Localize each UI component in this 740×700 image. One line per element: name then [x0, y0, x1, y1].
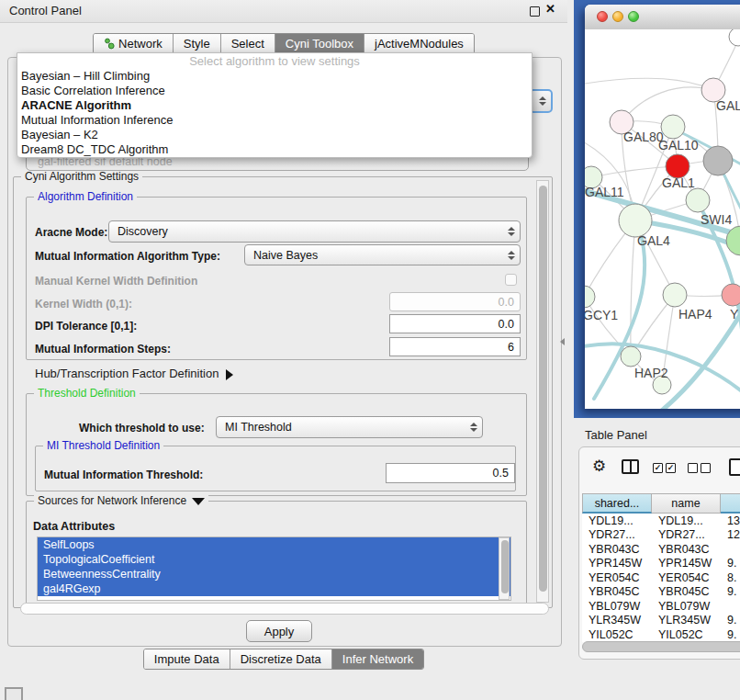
stepper-icon [470, 423, 477, 432]
network-node-HAP2[interactable] [621, 346, 641, 367]
table-panel-box: ⚙ ✓ ✓ shared...nameA YDL19...YDL19...13Y… [578, 446, 740, 660]
mi-steps-field[interactable]: 6 [389, 337, 521, 356]
close-traffic-light-icon[interactable] [597, 11, 608, 22]
mi-steps-label: Mutual Information Steps: [35, 343, 171, 356]
table-cell: 9. [721, 557, 740, 571]
network-graph[interactable]: GALGAL80GAL10GAL1GAL11SWI4GAL4GCY1HAP4YH… [585, 29, 740, 409]
bottom-tabbar: Impute DataDiscretize DataInfer Network [0, 649, 567, 670]
node-label-swi4: SWI4 [701, 212, 732, 227]
hub-definition-toggle[interactable]: Hub/Transcription Factor Definition [35, 367, 233, 380]
tab-network[interactable]: Network [94, 34, 173, 53]
network-node-GCY1[interactable] [585, 286, 595, 308]
aracne-mode-label: Aracne Mode: [35, 226, 107, 239]
tab-cyni-toolbox[interactable]: Cyni Toolbox [275, 34, 364, 53]
table-cell: YER054C [582, 570, 652, 585]
column-header-name[interactable]: name [652, 493, 721, 514]
algorithm-definition-label: Algorithm Definition [34, 190, 137, 203]
which-threshold-combo[interactable]: MI Threshold [216, 416, 483, 438]
algorithm-option-mutual-information-inference[interactable]: Mutual Information Inference [17, 113, 532, 128]
sources-label-wrap[interactable]: Sources for Network Inference [34, 494, 208, 507]
algorithm-option-bayesian-hill-climbing[interactable]: Bayesian – Hill Climbing [17, 69, 532, 84]
attr-list-scrollbar-thumb[interactable] [501, 540, 509, 593]
aracne-mode-value: Discovery [118, 225, 168, 238]
table-row[interactable]: YBL079WYBL079W [582, 599, 740, 614]
unchecked-box-icon [688, 463, 698, 473]
tab-infer-network[interactable]: Infer Network [331, 649, 423, 669]
tab-impute-data[interactable]: Impute Data [144, 649, 230, 669]
network-canvas[interactable]: GALGAL80GAL10GAL1GAL11SWI4GAL4GCY1HAP4YH… [585, 29, 740, 409]
attribute-item-betweennesscentrality[interactable]: BetweennessCentrality [38, 567, 510, 581]
algorithm-option-bayesian-k2[interactable]: Bayesian – K2 [17, 128, 532, 142]
table-row[interactable]: YER054CYER054C8. [582, 570, 740, 585]
zoom-traffic-light-icon[interactable] [628, 11, 639, 22]
tab-jactivemnodules[interactable]: jActiveMNodules [364, 34, 474, 53]
table-row[interactable]: YLR345WYLR345W9. [582, 614, 740, 628]
algorithm-option-aracne-algorithm[interactable]: ARACNE Algorithm [17, 98, 532, 113]
manual-kernel-label: Manual Kernel Width Definition [35, 275, 197, 288]
data-attributes-list[interactable]: SelfLoopsTopologicalCoefficientBetweenne… [37, 536, 511, 601]
network-node-top-partial[interactable] [729, 29, 740, 46]
attribute-item-gal4rgexp[interactable]: gal4RGexp [38, 581, 510, 596]
float-window-icon[interactable] [530, 6, 540, 17]
algorithm-option-dream8-dc-tdc-algorithm[interactable]: Dream8 DC_TDC Algorithm [17, 142, 532, 157]
attr-list-scrollbar[interactable] [499, 537, 510, 600]
export-table-icon[interactable] [729, 458, 740, 476]
network-window-titlebar[interactable] [585, 5, 740, 30]
table-row[interactable]: YBR045CYBR045C9. [582, 585, 740, 600]
which-threshold-value: MI Threshold [225, 421, 292, 434]
network-node-salmon-right[interactable] [722, 284, 740, 306]
apply-button[interactable]: Apply [246, 620, 312, 642]
hub-definition-label: Hub/Transcription Factor Definition [35, 367, 219, 380]
mi-threshold-group-label: MI Threshold Definition [43, 439, 163, 452]
table-row[interactable]: YDR27...YDR27...12 [582, 528, 740, 543]
control-panel-tabbar: NetworkStyleSelectCyni ToolboxjActiveMNo… [0, 33, 567, 54]
table-hscrollbar[interactable] [582, 641, 740, 652]
mi-threshold-field[interactable]: 0.5 [386, 463, 515, 483]
stepper-icon [508, 251, 515, 260]
network-node-gray-node[interactable] [703, 146, 733, 175]
network-icon [104, 38, 115, 50]
column-header-a[interactable]: A [721, 493, 740, 514]
table-row[interactable]: YDL19...YDL19...13 [582, 514, 740, 528]
attribute-item-selfloops[interactable]: SelfLoops [38, 537, 510, 552]
aracne-mode-combo[interactable]: Discovery [108, 220, 521, 243]
dpi-tolerance-field[interactable]: 0.0 [389, 314, 521, 333]
table-row[interactable]: YPR145WYPR145W9. [582, 557, 740, 571]
minimize-traffic-light-icon[interactable] [612, 11, 623, 22]
close-icon[interactable]: ✕ [545, 2, 555, 16]
deselect-all-columns-icon[interactable] [688, 463, 711, 473]
cyni-algorithm-settings-label: Cyni Algorithm Settings [21, 170, 142, 183]
network-node-SWI4[interactable] [686, 188, 710, 212]
panel-splitter-arrow[interactable] [560, 338, 565, 345]
algorithm-option-basic-correlation-inference[interactable]: Basic Correlation Inference [17, 84, 532, 98]
table-row[interactable]: YBR043CYBR043C [582, 542, 740, 557]
network-node-HAP4[interactable] [663, 283, 687, 307]
tab-discretize-data[interactable]: Discretize Data [230, 649, 331, 669]
manual-kernel-checkbox[interactable] [505, 274, 517, 286]
kernel-width-field[interactable]: 0.0 [389, 292, 521, 311]
network-edge[interactable] [585, 78, 713, 90]
tab-style[interactable]: Style [173, 34, 220, 53]
table-cell: 9. [721, 614, 740, 628]
network-view-frame: GALGAL80GAL10GAL1GAL11SWI4GAL4GCY1HAP4YH… [574, 0, 740, 418]
top-tab-group: NetworkStyleSelectCyni ToolboxjActiveMNo… [93, 33, 475, 54]
gear-icon[interactable]: ⚙ [592, 458, 606, 474]
node-label-gal11: GAL11 [585, 185, 624, 199]
mi-type-combo[interactable]: Naive Bayes [244, 244, 521, 265]
network-node-GAL10[interactable] [661, 115, 685, 139]
minimized-panel-icon[interactable] [5, 687, 23, 700]
column-header-shared[interactable]: shared... [582, 493, 652, 514]
settings-hscrollbar[interactable] [20, 603, 549, 615]
select-all-columns-icon[interactable]: ✓ ✓ [653, 463, 676, 473]
attribute-item-topologicalcoefficient[interactable]: TopologicalCoefficient [38, 552, 510, 567]
node-label-gal4: GAL4 [637, 233, 670, 248]
table-row[interactable]: YIL052CYIL052C9. [582, 627, 740, 642]
table-cell: YDL19... [582, 514, 652, 528]
settings-scrollbar[interactable] [536, 180, 549, 603]
tab-select[interactable]: Select [220, 34, 275, 53]
network-node-GAL4[interactable] [619, 204, 652, 237]
split-columns-icon[interactable] [622, 459, 639, 474]
settings-scrollbar-thumb[interactable] [539, 186, 547, 592]
control-panel-titlebar: Control Panel ✕ [0, 0, 567, 23]
network-edge[interactable] [631, 220, 635, 356]
